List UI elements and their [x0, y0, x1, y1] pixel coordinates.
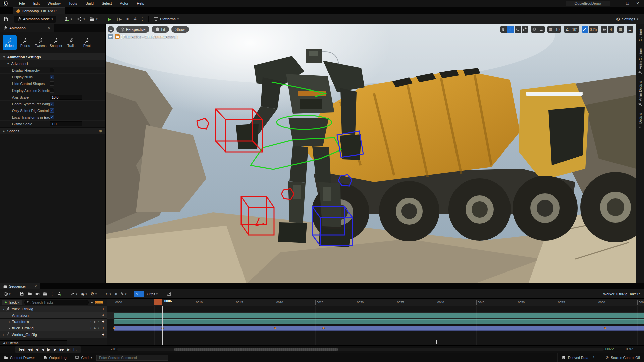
- cmd-dropdown[interactable]: Cmd ▾: [71, 353, 97, 362]
- dock-tab-outliner[interactable]: Outliner: [636, 29, 644, 43]
- value-field[interactable]: [50, 95, 82, 100]
- source-control-button[interactable]: ⊘ Source Control Off: [601, 353, 644, 362]
- find-in-content-browser-icon[interactable]: [26, 291, 34, 297]
- keyframe-nav[interactable]: + ◆ +: [90, 320, 100, 323]
- playhead-marker[interactable]: [154, 299, 162, 305]
- menu-edit[interactable]: Edit: [30, 1, 43, 6]
- timeline-track-row[interactable]: [107, 331, 644, 338]
- track-search-input[interactable]: [24, 300, 89, 305]
- create-camera-icon[interactable]: [34, 291, 41, 297]
- dock-tab-anim-details[interactable]: Anim Details: [636, 81, 644, 108]
- render-movie-icon[interactable]: [41, 291, 49, 297]
- select-tool-button[interactable]: [500, 26, 507, 33]
- playhead-line[interactable]: [162, 306, 163, 345]
- chevron-right-icon[interactable]: ▸: [7, 320, 12, 323]
- playback-options-dropdown[interactable]: ⚙▾: [89, 291, 98, 297]
- checkbox[interactable]: [50, 88, 54, 93]
- play-button[interactable]: ▶: [106, 16, 114, 23]
- playback-range-end[interactable]: 0065*: [605, 347, 614, 351]
- platforms-dropdown[interactable]: Platforms ▾: [151, 16, 181, 22]
- play-forward-button[interactable]: ▶: [47, 347, 50, 352]
- save-sequence-icon[interactable]: [18, 291, 26, 297]
- scale-snap-value[interactable]: 0.25: [589, 26, 598, 33]
- track-row-animation[interactable]: Animation+: [0, 312, 107, 319]
- skip-frame-button[interactable]: ❘▶: [114, 16, 124, 22]
- level-tab[interactable]: DemoMap_Fin_RVT*: [13, 7, 65, 14]
- track-section-bar[interactable]: [114, 313, 644, 318]
- add-section-icon[interactable]: +: [102, 307, 104, 311]
- value-field[interactable]: [50, 121, 82, 126]
- mode-button-snapper[interactable]: Snapper: [49, 35, 63, 50]
- sequence-browser-dropdown[interactable]: ▾: [2, 291, 12, 297]
- camera-icon[interactable]: [108, 34, 113, 39]
- mode-button-pivot[interactable]: Pivot: [80, 35, 94, 50]
- section-spaces[interactable]: ▸ Spaces ⊕: [0, 127, 105, 134]
- mode-button-select[interactable]: Select: [3, 35, 17, 50]
- checkbox[interactable]: [50, 68, 54, 72]
- add-section-icon[interactable]: +: [102, 313, 104, 318]
- to-front-button[interactable]: |◀◀: [19, 348, 24, 351]
- world-local-toggle[interactable]: [531, 26, 538, 33]
- play-reverse-button[interactable]: ◀: [42, 348, 44, 351]
- add-actor-dropdown[interactable]: ▾: [62, 16, 75, 23]
- curve-editor-icon[interactable]: [165, 291, 173, 297]
- rotation-snap-value[interactable]: 10°: [571, 26, 579, 33]
- view-range-start[interactable]: -015: [111, 347, 117, 351]
- timeline-scrollbar[interactable]: [117, 348, 604, 351]
- close-icon[interactable]: ✕: [48, 26, 50, 30]
- snapping-toggle[interactable]: ∩⋮: [134, 291, 144, 297]
- move-tool-button[interactable]: [507, 26, 514, 33]
- show-dropdown[interactable]: Show: [171, 26, 189, 33]
- add-track-button[interactable]: + Track ▾: [2, 300, 22, 305]
- step-back-button[interactable]: ◀|: [35, 348, 38, 351]
- level-viewport[interactable]: ☰ Perspective Lit Show [ Pilot Active - …: [106, 24, 636, 283]
- menu-tools[interactable]: Tools: [65, 1, 81, 6]
- mode-button-tweens[interactable]: Tweens: [34, 35, 48, 50]
- track-row-worker_ctrlrig[interactable]: ▸Worker_CtrlRig+: [0, 331, 107, 338]
- timeline-track-row[interactable]: [107, 319, 644, 325]
- derived-data-button[interactable]: Derived Data ⋮: [557, 353, 601, 362]
- chevron-right-icon[interactable]: ▸: [1, 333, 6, 336]
- loop-toggle-button[interactable]: |→: [73, 348, 77, 351]
- checkbox[interactable]: ✓: [50, 75, 54, 79]
- camera-speed-icon[interactable]: [601, 26, 607, 33]
- add-section-icon[interactable]: +: [102, 319, 104, 324]
- keyframe-dot[interactable]: [604, 327, 606, 329]
- close-icon[interactable]: ✕: [34, 285, 37, 288]
- checkbox[interactable]: [50, 81, 54, 86]
- chevron-down-icon[interactable]: ▾: [1, 308, 6, 311]
- track-section-bar[interactable]: [114, 319, 644, 324]
- timeline-ruler[interactable]: 0000000500100015002000250030003500400045…: [107, 299, 644, 306]
- grid-snap-value[interactable]: 10: [554, 26, 561, 33]
- timeline-track-row[interactable]: [107, 325, 644, 331]
- content-drawer-button[interactable]: Content Drawer: [0, 353, 39, 362]
- add-section-icon[interactable]: +: [102, 326, 104, 330]
- current-frame-value[interactable]: 0006: [95, 300, 103, 304]
- scale-tool-button[interactable]: [522, 26, 528, 33]
- surface-snap-button[interactable]: [538, 26, 545, 33]
- menu-window[interactable]: Window: [44, 1, 64, 6]
- stop-button[interactable]: ■: [124, 16, 131, 22]
- lit-dropdown[interactable]: Lit: [152, 26, 169, 33]
- add-section-icon[interactable]: +: [102, 332, 104, 337]
- timeline-area[interactable]: 0000000500100015002000250030003500400045…: [107, 299, 644, 345]
- menu-file[interactable]: File: [16, 1, 29, 6]
- cinematics-dropdown[interactable]: ▾: [87, 16, 100, 22]
- rotation-snap-icon[interactable]: ∠: [564, 26, 571, 33]
- track-row-transform[interactable]: ▸Transform+ ◆ ++: [0, 319, 107, 325]
- output-log-button[interactable]: Output Log: [39, 353, 71, 362]
- timeline-track-row[interactable]: [107, 306, 644, 312]
- save-icon[interactable]: [3, 17, 8, 22]
- viewport-options-button[interactable]: ☰: [108, 26, 114, 33]
- eject-button[interactable]: ≙: [131, 16, 139, 22]
- menu-actor[interactable]: Actor: [117, 1, 132, 6]
- next-key-button[interactable]: ▶▶: [60, 348, 64, 351]
- dock-tab-anim-outliner[interactable]: Anim Outliner: [636, 48, 644, 77]
- previous-key-button[interactable]: ◀◀: [28, 348, 32, 351]
- add-space-icon[interactable]: ⊕: [99, 129, 102, 133]
- checkbox[interactable]: ✓: [50, 108, 54, 113]
- editor-mode-dropdown[interactable]: Animation Mode ▾: [14, 16, 56, 23]
- dock-tab-details[interactable]: Details: [636, 113, 644, 131]
- auto-key-icon[interactable]: ◈: [113, 291, 119, 297]
- checkbox[interactable]: ✓: [50, 115, 54, 119]
